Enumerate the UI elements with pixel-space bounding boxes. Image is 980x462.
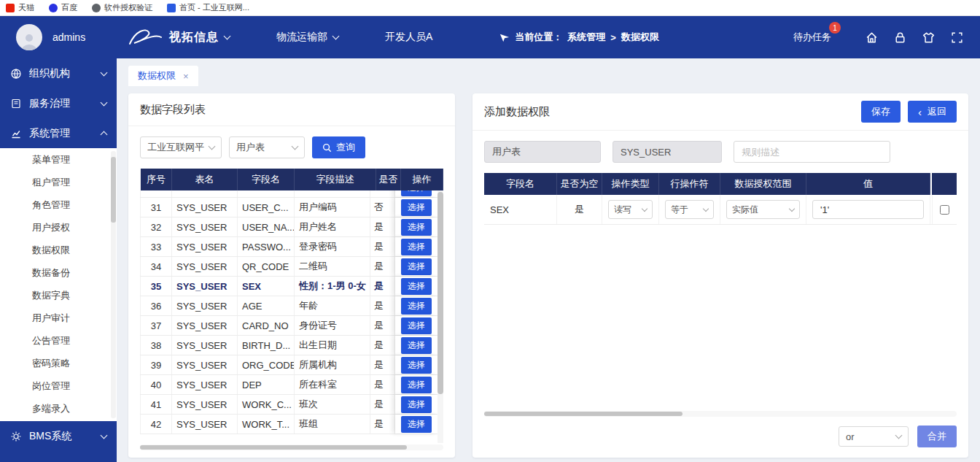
cell-nullable: 是 <box>370 257 395 276</box>
select-button[interactable]: 选择 <box>401 190 432 196</box>
brand-area[interactable]: 视拓信息 <box>127 26 230 48</box>
tab-bar: 数据权限 × <box>117 58 980 86</box>
breadcrumb-item[interactable]: 系统管理 <box>567 31 605 44</box>
sidebar-item-partial[interactable] <box>0 451 117 462</box>
todo-tasks[interactable]: 待办任务 1 <box>793 31 831 44</box>
select-button[interactable]: 选择 <box>401 258 432 275</box>
select-button[interactable]: 选择 <box>401 219 432 236</box>
select-button[interactable]: 选择 <box>401 239 432 255</box>
select-button[interactable]: 选择 <box>401 278 432 295</box>
col-header-nullable: 是否为空 <box>557 173 602 195</box>
sidebar-menu-item[interactable]: 数据字典 <box>0 284 117 307</box>
sidebar-menu-item[interactable]: 数据备份 <box>0 261 117 284</box>
save-button[interactable]: 保存 <box>861 101 901 123</box>
lock-icon[interactable] <box>893 31 907 45</box>
sidebar-group-label: 服务治理 <box>29 97 70 110</box>
cell-no: 39 <box>140 355 172 374</box>
close-icon[interactable]: × <box>183 71 189 82</box>
table-header-row: 序号 表名 字段名 字段描述 是否 操作 <box>140 169 443 190</box>
scrollbar-thumb[interactable] <box>438 192 443 394</box>
sidebar-group-org[interactable]: 组织机构 <box>0 58 117 88</box>
row-checkbox[interactable] <box>940 205 949 215</box>
select-button[interactable]: 选择 <box>401 298 432 315</box>
scope-select[interactable]: 实际值 <box>726 200 800 219</box>
bookmark-item[interactable]: 百度 <box>49 2 77 13</box>
horizontal-scrollbar[interactable] <box>484 411 957 417</box>
tab-data-permission[interactable]: 数据权限 × <box>128 66 198 86</box>
theme-icon[interactable] <box>922 31 936 45</box>
select-button[interactable]: 选择 <box>401 317 432 334</box>
select-button[interactable]: 选择 <box>401 357 432 374</box>
table-name-field <box>484 141 601 163</box>
cell-table-name: SYS_USER <box>172 355 238 374</box>
sidebar-menu-item[interactable]: 公告管理 <box>0 329 117 352</box>
value-field[interactable] <box>812 200 924 219</box>
sidebar-group-bms[interactable]: BMS系统 <box>0 421 117 451</box>
row-operator-value: 等于 <box>671 204 700 216</box>
add-permission-panel: 添加数据权限 保存 ‹ 返回 字段名 <box>472 93 968 458</box>
vertical-scrollbar[interactable] <box>438 190 443 443</box>
scrollbar-thumb[interactable] <box>484 412 682 416</box>
bookmark-item[interactable]: 软件授权验证 <box>92 2 152 13</box>
cell-no: 42 <box>140 415 172 434</box>
home-icon[interactable] <box>865 31 879 45</box>
cell-field-name: SEX <box>484 195 557 224</box>
bookmark-item[interactable]: 天猫 <box>6 2 34 13</box>
op-type-select[interactable]: 读写 <box>608 200 653 219</box>
sidebar-menu-item[interactable]: 岗位管理 <box>0 374 117 397</box>
sidebar-group-service[interactable]: 服务治理 <box>0 88 117 118</box>
horizontal-scrollbar[interactable] <box>140 444 443 450</box>
row-operator-select[interactable]: 等于 <box>665 200 714 219</box>
bookmark-favicon <box>92 4 101 12</box>
department-select[interactable]: 物流运输部 <box>276 31 338 44</box>
cell-field-name: USER_C... <box>238 198 295 217</box>
brand-name: 视拓信息 <box>169 30 219 45</box>
bookmark-item[interactable]: 首页 - 工业互联网... <box>167 2 249 13</box>
logo-icon <box>127 26 163 48</box>
bookmark-label: 首页 - 工业互联网... <box>179 2 249 13</box>
permission-table: 字段名 是否为空 操作类型 行操作符 数据授权范围 值 SEX 是 读写 <box>484 173 957 225</box>
fullscreen-icon[interactable] <box>950 31 964 45</box>
cell-action: 选择 <box>395 198 438 217</box>
table-row: 42 SYS_USER WORK_T... 班组 是 选择 <box>140 415 438 434</box>
select-button[interactable]: 选择 <box>401 337 432 354</box>
platform-select-value: 工业互联网平 <box>147 141 205 154</box>
sidebar-menu-item[interactable]: 数据权限 <box>0 239 117 261</box>
sidebar-menu-item[interactable]: 租户管理 <box>0 171 117 193</box>
platform-select[interactable]: 工业互联网平 <box>140 136 222 158</box>
sidebar-menu-item[interactable]: 角色管理 <box>0 193 117 216</box>
avatar[interactable] <box>16 24 42 50</box>
cell-nullable: 是 <box>370 296 395 315</box>
rule-description-field[interactable] <box>734 141 890 163</box>
sidebar-menu-item[interactable]: 用户审计 <box>0 307 117 329</box>
scrollbar-thumb[interactable] <box>140 445 407 450</box>
cell-field-desc: 性别：1-男 0-女 <box>295 277 370 296</box>
table-select[interactable]: 用户表 <box>229 136 305 158</box>
app-header: admins 视拓信息 物流运输部 开发人员A 当前位置： 系统管理 > 数据权… <box>0 16 980 58</box>
bookmark-favicon <box>6 4 15 12</box>
back-button[interactable]: ‹ 返回 <box>908 101 957 123</box>
table-select-value: 用户表 <box>236 141 288 154</box>
select-button[interactable]: 选择 <box>401 396 432 413</box>
select-button[interactable]: 选择 <box>401 416 432 433</box>
search-button[interactable]: 查询 <box>312 136 365 158</box>
sidebar-menu-item[interactable]: 用户授权 <box>0 216 117 239</box>
merge-button[interactable]: 合并 <box>917 426 957 447</box>
table-code-field <box>612 141 722 163</box>
select-button[interactable]: 选择 <box>401 377 432 393</box>
cell-nullable: 是 <box>370 237 395 256</box>
cell-table-name: SYS_USER <box>172 375 238 394</box>
select-button[interactable]: 选择 <box>401 199 432 216</box>
table-row: 37 SYS_USER CARD_NO 身份证号 是 选择 <box>140 316 438 336</box>
sidebar-menu-item[interactable]: 密码策略 <box>0 352 117 374</box>
join-operator-select[interactable]: or <box>839 426 909 447</box>
sidebar-menu-item[interactable]: 多端录入 <box>0 397 117 420</box>
sidebar-group-system[interactable]: 系统管理 <box>0 118 117 148</box>
col-header-value: 值 <box>806 173 930 195</box>
user-area[interactable]: admins <box>0 24 117 50</box>
sidebar-menu-item[interactable]: 菜单管理 <box>0 148 117 171</box>
sidebar-scrollbar[interactable] <box>111 151 116 418</box>
join-operator-value: or <box>846 431 892 442</box>
scrollbar-thumb[interactable] <box>111 157 116 223</box>
cell-field-name: DEP <box>238 375 295 394</box>
